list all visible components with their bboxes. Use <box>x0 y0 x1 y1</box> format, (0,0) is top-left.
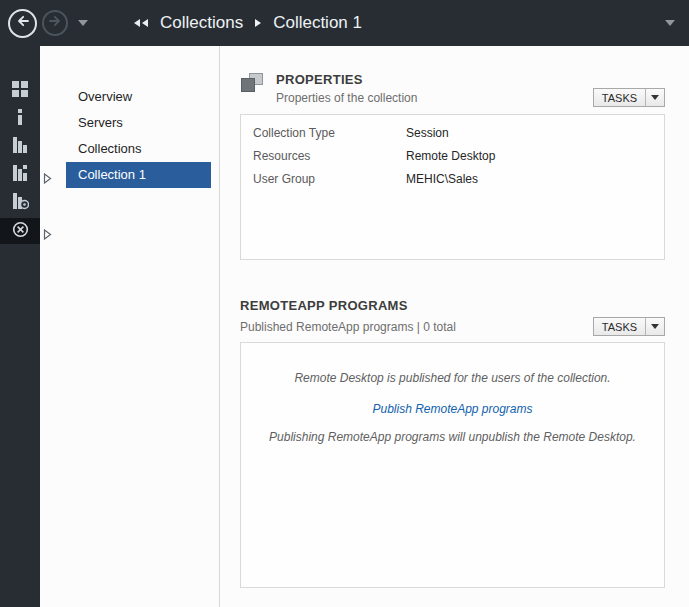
sidebar-item-collections[interactable]: Collections <box>66 136 211 162</box>
topbar: Collections Collection 1 <box>0 0 689 46</box>
sidebar-item-collection-1[interactable]: Collection 1 <box>66 162 211 188</box>
publish-remoteapp-link[interactable]: Publish RemoteApp programs <box>372 402 532 416</box>
content-pane: PROPERTIES Properties of the collection … <box>220 46 689 607</box>
nav-item-all-servers[interactable] <box>0 134 40 160</box>
chevron-down-icon <box>665 20 675 26</box>
sidebar-item-overview[interactable]: Overview <box>66 84 211 110</box>
remoteapp-title: REMOTEAPP PROGRAMS <box>240 298 665 313</box>
nav-icon-strip <box>0 46 40 607</box>
properties-header: PROPERTIES Properties of the collection … <box>240 72 665 105</box>
properties-subtitle: Properties of the collection <box>276 91 417 105</box>
remoteapp-panel: Remote Desktop is published for the user… <box>240 342 665 588</box>
server-info-icon <box>11 108 29 130</box>
expand-arrow-rds[interactable] <box>43 226 52 244</box>
server-stack-icon <box>11 136 29 158</box>
properties-title: PROPERTIES <box>276 72 417 87</box>
topbar-dropdown[interactable] <box>665 20 675 26</box>
back-button[interactable] <box>8 9 37 38</box>
remoteapp-tasks-button[interactable]: TASKS <box>593 317 665 336</box>
breadcrumb-item-collections[interactable]: Collections <box>160 13 243 33</box>
remoteapp-header: Published RemoteApp programs | 0 total T… <box>240 317 665 336</box>
properties-section: PROPERTIES Properties of the collection … <box>240 72 665 260</box>
property-value: Remote Desktop <box>406 149 495 163</box>
triangle-right-icon <box>43 229 52 240</box>
nav-item-local-server[interactable] <box>0 106 40 132</box>
arrow-left-icon <box>15 13 31 33</box>
triangle-right-icon <box>43 173 52 184</box>
breadcrumb-collapse-button[interactable] <box>134 19 148 27</box>
sidebar: Overview Servers Collections Collection … <box>40 46 220 607</box>
properties-panel: Collection Type Session Resources Remote… <box>240 114 665 260</box>
tiles-grid-icon <box>11 80 29 102</box>
breadcrumb: Collections Collection 1 <box>134 13 362 33</box>
property-value: MEHIC\Sales <box>406 172 478 186</box>
breadcrumb-item-collection-1[interactable]: Collection 1 <box>273 13 362 33</box>
nav-history-dropdown[interactable] <box>78 20 88 26</box>
nav-item-remote-desktop-services[interactable] <box>0 218 40 244</box>
property-value: Session <box>406 126 449 140</box>
property-label: Collection Type <box>253 126 406 140</box>
nav-item-dashboard[interactable] <box>0 78 40 104</box>
server-stack-expand-icon <box>11 164 29 186</box>
stacked-windows-icon <box>240 73 266 97</box>
table-row: User Group MEHIC\Sales <box>253 172 664 186</box>
forward-button[interactable] <box>42 10 68 36</box>
table-row: Resources Remote Desktop <box>253 149 664 163</box>
nav-item-services[interactable] <box>0 190 40 216</box>
remoteapp-message-bottom: Publishing RemoteApp programs will unpub… <box>241 430 664 444</box>
table-row: Collection Type Session <box>253 126 664 140</box>
sidebar-item-servers[interactable]: Servers <box>66 110 211 136</box>
property-label: Resources <box>253 149 406 163</box>
chevron-down-icon <box>651 95 659 100</box>
arrow-right-icon <box>47 13 63 33</box>
chevron-down-icon <box>651 324 659 329</box>
expand-arrow-file-storage[interactable] <box>43 170 52 188</box>
chevron-down-icon <box>78 20 88 26</box>
server-stack-gear-icon <box>11 192 29 214</box>
breadcrumb-separator-icon <box>255 19 261 27</box>
remoteapp-section: REMOTEAPP PROGRAMS Published RemoteApp p… <box>240 298 665 588</box>
remoteapp-message-top: Remote Desktop is published for the user… <box>241 343 664 385</box>
double-left-arrow-icon <box>134 19 140 27</box>
server-manager-window: Collections Collection 1 <box>0 0 689 607</box>
remoteapp-subtitle: Published RemoteApp programs | 0 total <box>240 320 456 334</box>
main-area: Overview Servers Collections Collection … <box>0 46 689 607</box>
circle-x-icon <box>11 220 30 243</box>
nav-item-file-storage[interactable] <box>0 162 40 188</box>
property-label: User Group <box>253 172 406 186</box>
properties-tasks-button[interactable]: TASKS <box>593 88 665 107</box>
